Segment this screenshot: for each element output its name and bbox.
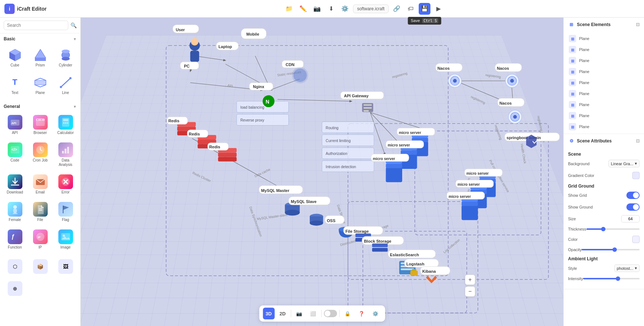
svg-text:micro server: micro server: [388, 143, 410, 147]
size-input[interactable]: [621, 215, 640, 222]
svg-rect-173: [410, 271, 418, 276]
element-browser[interactable]: Browser: [28, 112, 52, 138]
scene-elements-icon: ⊞: [568, 21, 575, 28]
scene-elements-header[interactable]: ⊞ Scene Elements ⊡: [564, 18, 644, 32]
zoom-out-btn[interactable]: −: [465, 286, 475, 297]
zoom-controls: + −: [465, 275, 475, 297]
svg-text:Redis: Redis: [168, 119, 179, 123]
svg-text:MySQL Slave: MySQL Slave: [291, 199, 317, 204]
element-photo[interactable]: 🖼: [54, 256, 77, 277]
share-btn[interactable]: 🔗: [391, 3, 403, 15]
element-calculator[interactable]: Calculator: [54, 112, 77, 138]
element-female[interactable]: Female: [3, 199, 27, 225]
api-icon: API: [8, 115, 22, 130]
svg-point-22: [41, 119, 42, 120]
style-select[interactable]: photost... ▾: [614, 264, 640, 272]
diagram[interactable]: registering registering registering regi…: [81, 18, 563, 326]
tag-btn[interactable]: 🏷: [405, 3, 416, 15]
right-panel: ⊞ Scene Elements ⊡ ▦ Plane ▦ Plane ▦ Pla…: [563, 18, 644, 326]
scene-attributes-header[interactable]: ⚙ Scene Attributes ⊡: [564, 134, 644, 148]
basic-section-header[interactable]: Basic ▼: [0, 33, 80, 43]
element-image[interactable]: Image: [54, 227, 77, 253]
scene-element-plane-4[interactable]: ▦ Plane: [567, 66, 641, 77]
view-2d-btn[interactable]: 2D: [277, 308, 288, 319]
scene-element-plane-9[interactable]: ▦ Plane: [567, 121, 641, 132]
view-toggle[interactable]: [324, 310, 337, 317]
element-data[interactable]: Data Analysis: [54, 140, 77, 170]
camera-btn[interactable]: 📷: [311, 3, 323, 15]
frame-btn[interactable]: ⬜: [307, 308, 319, 319]
search-bar: 🔍: [0, 18, 80, 33]
element-line[interactable]: Line: [54, 72, 77, 98]
element-3d[interactable]: ⬡: [3, 256, 27, 277]
function-icon: ƒ: [8, 229, 22, 244]
scene-element-plane-5[interactable]: ▦ Plane: [567, 77, 641, 88]
scene-element-plane-8[interactable]: ▦ Plane: [567, 110, 641, 121]
thickness-thumb[interactable]: [601, 227, 605, 231]
help-btn[interactable]: ❓: [356, 308, 367, 319]
prism-label: Prism: [36, 63, 45, 68]
link-btn[interactable]: ✏️: [297, 3, 309, 15]
zoom-in-btn[interactable]: +: [465, 275, 475, 285]
file-icon: [33, 202, 48, 217]
element-download[interactable]: Download: [3, 171, 27, 198]
settings-btn[interactable]: ⚙️: [339, 3, 351, 15]
background-select[interactable]: Linear Gra... ▾: [608, 160, 640, 167]
3d-icon: ⬡: [8, 259, 22, 274]
color-swatch[interactable]: [632, 236, 640, 243]
gradient-color-swatch[interactable]: [632, 172, 640, 179]
show-grid-toggle[interactable]: [626, 192, 640, 199]
toolbar: 📁 ✏️ 📷 ⬇ ⚙️ software.icraft 🔗 🏷 💾 Save C…: [88, 3, 640, 15]
element-cube[interactable]: Cube: [3, 44, 27, 70]
element-email[interactable]: Email: [28, 171, 52, 198]
play-btn[interactable]: ▶: [433, 3, 444, 15]
element-shape[interactable]: ⊕: [3, 278, 27, 299]
view-3d-btn[interactable]: 3D: [263, 308, 274, 319]
element-error[interactable]: Error: [54, 171, 77, 198]
search-input[interactable]: [4, 21, 68, 30]
svg-text:Routing: Routing: [326, 126, 339, 130]
intensity-label: Intensity: [568, 276, 583, 281]
element-file[interactable]: File: [28, 199, 52, 225]
style-label: Style: [568, 266, 577, 271]
intensity-thumb[interactable]: [616, 276, 620, 281]
show-grid-row: Show Grid: [568, 192, 640, 199]
intensity-slider[interactable]: [583, 278, 640, 279]
element-cylinder[interactable]: Cylinder: [54, 44, 77, 70]
lock-btn[interactable]: 🔒: [342, 308, 353, 319]
opacity-slider[interactable]: [582, 249, 640, 250]
element-plane[interactable]: Plane: [28, 72, 52, 98]
cylinder-label: Cylinder: [59, 63, 72, 68]
scene-element-plane-1[interactable]: ▦ Plane: [567, 33, 641, 44]
svg-text:Mobile: Mobile: [246, 32, 259, 36]
svg-point-10: [62, 57, 70, 61]
save-btn[interactable]: 💾: [419, 3, 430, 15]
image-label: Image: [61, 245, 71, 250]
camera-bottom-btn[interactable]: 📷: [293, 308, 305, 319]
svg-line-58: [195, 56, 226, 60]
element-function[interactable]: ƒ Function: [3, 227, 27, 253]
show-ground-toggle[interactable]: [626, 203, 640, 211]
scene-element-plane-2[interactable]: ▦ Plane: [567, 44, 641, 55]
opacity-thumb[interactable]: [612, 247, 617, 252]
scene-element-plane-7[interactable]: ▦ Plane: [567, 99, 641, 110]
error-icon: [58, 174, 73, 189]
thickness-slider[interactable]: [586, 228, 640, 230]
export-btn[interactable]: ⬇: [325, 3, 337, 15]
element-api[interactable]: API API: [3, 112, 27, 138]
folder-btn[interactable]: 📁: [283, 3, 295, 15]
element-ip[interactable]: IP IP: [28, 227, 52, 253]
scene-element-plane-6[interactable]: ▦ Plane: [567, 88, 641, 99]
element-code[interactable]: </> Code: [3, 140, 27, 170]
element-flag[interactable]: Flag: [54, 199, 77, 225]
element-cron[interactable]: Cron Job: [28, 140, 52, 170]
element-prism[interactable]: Prism: [28, 44, 52, 70]
scene-element-plane-3[interactable]: ▦ Plane: [567, 55, 641, 66]
element-box[interactable]: 📦: [28, 256, 52, 277]
general-section-header[interactable]: General ▼: [0, 101, 80, 111]
settings-bottom-btn[interactable]: ⚙️: [370, 308, 381, 319]
canvas-area[interactable]: registering registering registering regi…: [81, 18, 563, 326]
box-icon: 📦: [33, 259, 48, 274]
svg-point-118: [294, 69, 307, 82]
element-text[interactable]: T Text: [3, 72, 27, 98]
